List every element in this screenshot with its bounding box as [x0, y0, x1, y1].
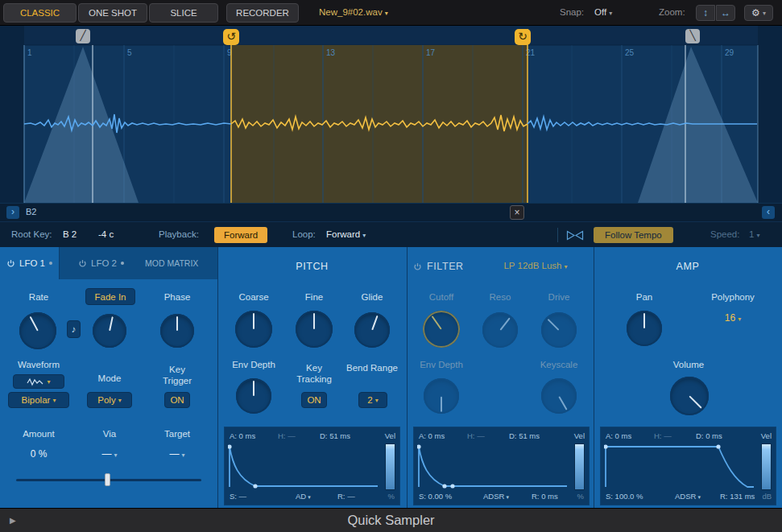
fade-in-icon: ╱: [80, 30, 85, 41]
filter-env-mode: ADSR: [483, 492, 504, 501]
snap-select[interactable]: Off▾: [594, 7, 612, 17]
amp-env-release[interactable]: R: 131 ms: [720, 492, 755, 501]
zoom-horizontal-button[interactable]: ↔: [716, 5, 735, 21]
amp-envelope-display[interactable]: A: 0 ms H: — D: 0 ms Vel S: 100.0 % ADSR…: [600, 427, 776, 505]
waveform-canvas[interactable]: 1 5 9 13 17 21 25 29: [0, 26, 782, 203]
pan-knob[interactable]: [627, 311, 662, 346]
loop-mode-value: Forward: [326, 229, 360, 239]
key-tracking-toggle[interactable]: ON: [301, 392, 327, 408]
amp-env-sustain[interactable]: S: 100.0 %: [606, 492, 643, 501]
fade-out-handle[interactable]: ╲: [685, 29, 700, 43]
pitch-env-release[interactable]: R: —: [337, 492, 355, 501]
glide-knob[interactable]: [354, 312, 390, 348]
amp-env-decay[interactable]: D: 0 ms: [696, 431, 722, 440]
bend-range-select[interactable]: 2▾: [358, 392, 387, 408]
lfo-mode-select[interactable]: Poly▾: [87, 392, 132, 408]
zoom-vertical-icon: ↕: [703, 7, 708, 19]
target-label: Target: [150, 428, 205, 439]
amount-slider-handle[interactable]: [105, 473, 110, 486]
loop-end-handle[interactable]: ↻: [515, 29, 531, 45]
pitch-env-mode-select[interactable]: AD▾: [296, 492, 311, 501]
pitch-env-decay[interactable]: D: 51 ms: [320, 431, 350, 440]
filter-type-select[interactable]: LP 12dB Lush▾: [483, 261, 588, 270]
loop-start-handle[interactable]: ↺: [223, 29, 239, 45]
rate-knob[interactable]: [19, 312, 56, 349]
tab-lfo1[interactable]: LFO 1: [0, 247, 60, 279]
rate-sync-button[interactable]: ♪: [67, 320, 81, 338]
pitch-env-attack[interactable]: A: 0 ms: [230, 431, 255, 440]
fade-in-knob[interactable]: [93, 314, 126, 348]
amp-envelope-curve[interactable]: [604, 443, 755, 489]
tab-slice[interactable]: SLICE: [149, 3, 218, 23]
reso-knob[interactable]: [482, 312, 518, 348]
amp-vel-slider[interactable]: [761, 443, 772, 490]
tab-mod-matrix[interactable]: MOD MATRIX: [145, 247, 198, 279]
scroll-left-button[interactable]: ›: [6, 206, 19, 219]
keyscale-knob[interactable]: [541, 378, 577, 414]
fade-mode-button[interactable]: Fade In: [85, 288, 135, 305]
sample-file-select[interactable]: New_9#02.wav▾: [319, 7, 388, 17]
filter-env-decay[interactable]: D: 51 ms: [509, 431, 540, 440]
tab-one-shot[interactable]: ONE SHOT: [78, 3, 147, 23]
playback-mode-value: Forward: [224, 230, 258, 240]
filter-env-hold[interactable]: H: —: [467, 431, 485, 440]
amp-env-hold[interactable]: H: —: [654, 431, 672, 440]
waveform-display[interactable]: 1 5 9 13 17 21 25 29: [0, 26, 782, 203]
cutoff-label: Cutoff: [417, 291, 465, 303]
tune-value[interactable]: -4 c: [98, 229, 114, 239]
pitch-envelope-curve[interactable]: [228, 443, 379, 489]
bend-range-value: 2: [367, 395, 372, 405]
cutoff-knob[interactable]: [423, 311, 460, 348]
phase-knob[interactable]: [160, 314, 194, 348]
pitch-env-sustain[interactable]: S: —: [230, 492, 246, 501]
pitch-env-depth-knob[interactable]: [236, 378, 271, 414]
fine-knob[interactable]: [296, 311, 333, 348]
tab-lfo2[interactable]: LFO 2: [78, 247, 124, 279]
volume-knob[interactable]: [670, 377, 709, 415]
action-menu-button[interactable]: ⚙▾: [744, 5, 773, 21]
power-icon[interactable]: [6, 259, 15, 268]
tab-recorder[interactable]: RECORDER: [226, 3, 299, 23]
crossfade-close-button[interactable]: ×: [510, 205, 524, 220]
pitch-env-hold[interactable]: H: —: [278, 431, 296, 440]
lfo-waveform-select[interactable]: ▾: [13, 374, 64, 389]
lfo-polarity-select[interactable]: Bipolar▾: [8, 392, 69, 408]
polyphony-select[interactable]: 16▾: [713, 312, 753, 324]
scroll-right-button[interactable]: ‹: [762, 206, 775, 219]
chevron-down-icon: ▾: [375, 397, 379, 404]
playback-parameter-bar: Root Key: B 2 -4 c Playback: Forward Loo…: [0, 221, 782, 247]
pitch-envelope-display[interactable]: A: 0 ms H: — D: 51 ms Vel S: — AD▾ R: — …: [224, 427, 400, 505]
power-icon[interactable]: [78, 259, 87, 268]
filter-env-release[interactable]: R: 0 ms: [532, 492, 558, 501]
root-note-readout: B2: [26, 207, 36, 217]
amp-env-mode-select[interactable]: ADSR▾: [675, 492, 701, 501]
follow-tempo-button[interactable]: Follow Tempo: [594, 227, 673, 243]
zoom-vertical-button[interactable]: ↕: [696, 5, 715, 21]
fade-in-handle[interactable]: ╱: [76, 29, 90, 43]
tab-classic[interactable]: CLASSIC: [3, 3, 77, 23]
filter-env-sustain[interactable]: S: 0.00 %: [419, 492, 452, 501]
speed-select[interactable]: 1▾: [749, 229, 759, 239]
playback-mode-button[interactable]: Forward: [214, 227, 267, 243]
filter-envelope-display[interactable]: A: 0 ms H: — D: 51 ms Vel S: 0.00 % ADSR…: [413, 427, 590, 505]
loop-mode-select[interactable]: Forward▾: [326, 229, 366, 239]
playback-label: Playback:: [159, 229, 199, 239]
via-select[interactable]: —▾: [85, 448, 134, 460]
filter-env-attack[interactable]: A: 0 ms: [419, 431, 445, 440]
chevron-down-icon: ▾: [763, 10, 766, 17]
root-key-value[interactable]: B 2: [63, 229, 77, 239]
drive-knob[interactable]: [541, 312, 577, 348]
filter-vel-slider[interactable]: [574, 443, 585, 490]
amount-value[interactable]: 0 %: [11, 448, 66, 460]
key-trigger-toggle[interactable]: ON: [164, 392, 190, 408]
amp-env-attack[interactable]: A: 0 ms: [606, 431, 631, 440]
svg-text:29: 29: [725, 48, 734, 57]
filter-env-depth-knob[interactable]: [424, 378, 459, 414]
crossfade-icon[interactable]: [566, 230, 584, 241]
filter-power-icon[interactable]: [413, 262, 422, 271]
coarse-knob[interactable]: [235, 311, 272, 348]
pitch-vel-slider[interactable]: [385, 443, 395, 490]
filter-envelope-curve[interactable]: [417, 443, 569, 489]
filter-env-mode-select[interactable]: ADSR▾: [483, 492, 509, 501]
target-select[interactable]: —▾: [150, 448, 205, 460]
